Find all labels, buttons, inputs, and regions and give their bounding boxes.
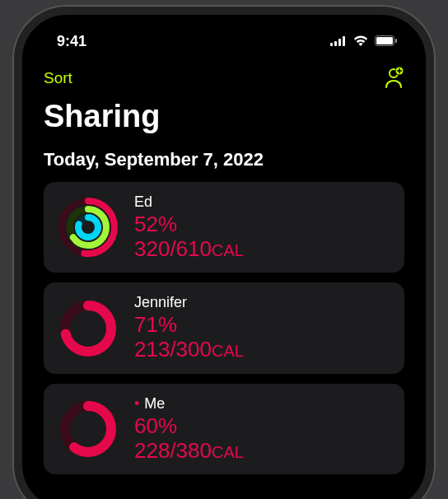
sharing-card[interactable]: Ed 52% 320/610CAL xyxy=(44,182,404,273)
sharing-card[interactable]: Jennifer 71% 213/300CAL xyxy=(44,282,404,373)
add-person-icon xyxy=(380,67,404,88)
page-title: Sharing xyxy=(22,94,426,149)
nav-row: Sort xyxy=(22,56,426,94)
card-info: •Me 60% 228/380CAL xyxy=(134,395,244,463)
person-name: Ed xyxy=(134,194,244,211)
percent-value: 52% xyxy=(134,212,244,237)
activity-rings-icon xyxy=(58,198,118,257)
phone-frame: 9:41 Sort Sha xyxy=(14,7,434,499)
svg-rect-3 xyxy=(343,36,345,46)
svg-rect-0 xyxy=(330,43,333,46)
wifi-icon xyxy=(353,33,368,50)
calorie-progress: 213/300CAL xyxy=(134,338,244,362)
card-info: Jennifer 71% 213/300CAL xyxy=(134,294,244,361)
battery-icon xyxy=(375,33,398,50)
status-time: 9:41 xyxy=(57,33,86,50)
activity-rings-icon xyxy=(58,399,118,459)
card-info: Ed 52% 320/610CAL xyxy=(134,194,244,261)
svg-rect-6 xyxy=(395,39,397,43)
calorie-progress: 320/610CAL xyxy=(134,237,244,262)
calorie-progress: 228/380CAL xyxy=(134,439,244,464)
activity-rings-icon xyxy=(58,299,118,358)
percent-value: 60% xyxy=(134,414,244,439)
add-person-button[interactable] xyxy=(380,66,404,91)
person-name: Jennifer xyxy=(134,294,244,311)
sharing-card[interactable]: •Me 60% 228/380CAL xyxy=(44,384,404,474)
me-indicator-dot: • xyxy=(134,395,139,412)
status-icons xyxy=(330,33,398,50)
person-name: •Me xyxy=(134,395,244,413)
svg-rect-1 xyxy=(334,41,337,46)
sort-button[interactable]: Sort xyxy=(44,69,72,87)
cellular-icon xyxy=(330,33,347,50)
svg-rect-2 xyxy=(338,39,341,46)
date-header: Today, September 7, 2022 xyxy=(22,149,426,182)
svg-rect-5 xyxy=(376,37,393,44)
percent-value: 71% xyxy=(134,313,244,338)
sharing-list: Ed 52% 320/610CAL Jennifer 71% 213/300CA… xyxy=(22,182,426,474)
notch xyxy=(150,15,298,43)
